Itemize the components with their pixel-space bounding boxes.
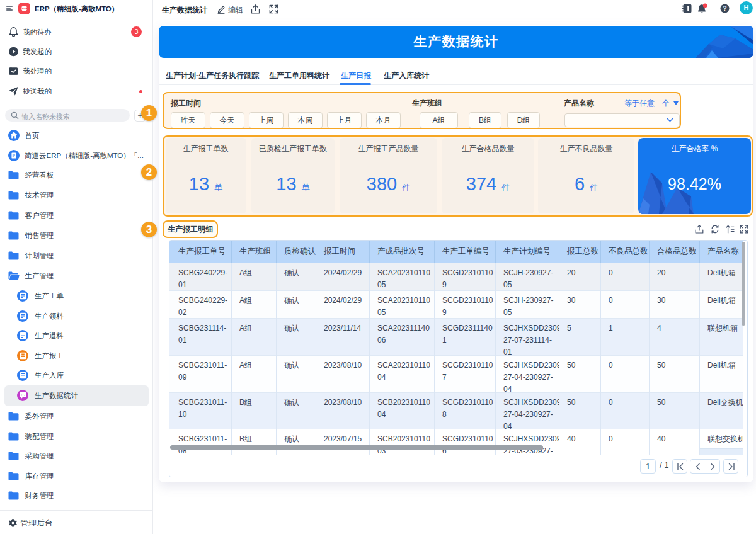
svg-text:?: ? [723,5,726,12]
